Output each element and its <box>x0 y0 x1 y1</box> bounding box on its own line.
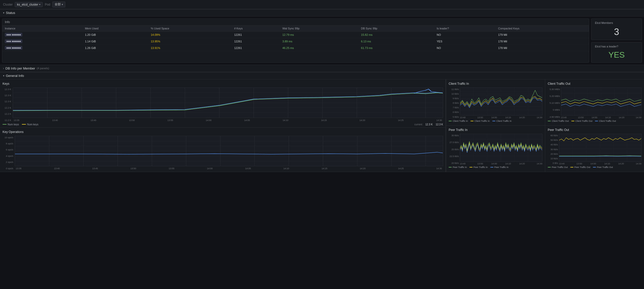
right-charts: Client Traffic In 11 kb/s 10 kb/s 9 kb/s… <box>446 79 644 172</box>
cell-db: 15.82 ms <box>358 31 434 38</box>
all-select[interactable]: 全部 ▾ <box>52 2 65 7</box>
db-info-section-header[interactable]: › DB Info per Member (4 panels) <box>0 65 644 72</box>
peer-out-xaxis: 13:40 13:50 14:00 14:10 14:20 14:30 <box>559 162 641 165</box>
clo-color-1 <box>548 121 551 121</box>
keys-chart-area <box>13 88 443 118</box>
col-compacted: Compacted Keys <box>496 26 589 31</box>
all-chevron-icon: ▾ <box>62 3 63 6</box>
legend-color-1 <box>3 124 7 125</box>
table-row: ■■■ ■■■■■■1.20 GiB14.09%1226112.79 ms15.… <box>2 31 589 38</box>
general-info-content: Keys 12.3 K 12.3 K 12.3 K 12.2 K 12.2 K … <box>0 79 644 172</box>
key-ops-chart-area <box>15 136 443 166</box>
cell-compacted: 179 Mil <box>496 31 589 38</box>
client-out-legend: Client Traffic Out Client Traffic Out Cl… <box>548 120 641 122</box>
keys-chart-panel: Keys 12.3 K 12.3 K 12.3 K 12.2 K 12.2 K … <box>0 79 446 128</box>
peer-out-area <box>559 134 641 162</box>
db-info-title: DB Info per Member <box>5 66 35 70</box>
cell-mem: 1.14 GiB <box>82 38 148 45</box>
etcd-members-value: 3 <box>595 26 638 37</box>
client-in-xaxis: 13:40 13:50 14:00 14:10 14:20 14:30 <box>460 116 542 119</box>
cli-legend-2: Client Traffic In <box>470 120 490 122</box>
col-wal: Wal Sync 99p <box>280 26 359 31</box>
peer-out-panel: Peer Traffic Out 60 kb/s 50 kb/s 40 kb/s… <box>545 126 644 172</box>
client-in-yaxis: 11 kb/s 10 kb/s 9 kb/s 8 kb/s 7 kb/s 6 k… <box>449 88 460 119</box>
info-table-wrapper: Info Instance Mem Used % Used Space # Ke… <box>2 19 589 63</box>
pi-legend-2: Peer Traffic In <box>469 166 488 168</box>
legend-val-1: 12.3 K <box>425 123 433 126</box>
legend-item-1: Num keys <box>3 123 19 126</box>
clo-color-2 <box>571 121 574 121</box>
clo-color-3 <box>595 121 598 121</box>
cli-color-3 <box>492 121 495 121</box>
etcd-leader-value: YES <box>595 50 638 60</box>
pod-label: Pod <box>45 3 50 6</box>
table-row: ■■■ ■■■■■■1.26 GiB13.91%1226146.25 ms61.… <box>2 45 589 51</box>
client-in-area <box>460 88 542 115</box>
status-title: Status <box>6 11 15 15</box>
db-info-arrow-icon: › <box>3 67 4 70</box>
po-color-1 <box>548 167 551 167</box>
cli-color-1 <box>449 121 452 121</box>
keys-legend: Num keys Num keys current 12.3 K 12.3 K <box>3 123 443 126</box>
col-keys: # Keys <box>232 26 280 31</box>
po-color-3 <box>593 167 596 167</box>
info-table: Instance Mem Used % Used Space # Keys Wa… <box>2 26 589 51</box>
general-info-section-header[interactable]: ▾ General Info <box>0 72 644 79</box>
cell-pct: 13.91% <box>148 45 231 51</box>
pi-legend-1: Peer Traffic In <box>449 166 467 168</box>
status-section-header[interactable]: ▾ Status <box>0 9 644 16</box>
keys-chart-title: Keys <box>3 82 443 86</box>
cell-leader: YES <box>434 38 496 45</box>
cell-compacted: 178 Mil <box>496 45 589 51</box>
general-info-title: General Info <box>6 74 24 78</box>
status-section: Info Instance Mem Used % Used Space # Ke… <box>0 16 644 65</box>
table-row: ■■■ ■■■■■■1.14 GiB13.95%122613.89 ms6.13… <box>2 38 589 45</box>
po-legend-2: Peer Traffic Out <box>570 166 590 168</box>
key-ops-chart-panel: Key Operations 10 ops/s 8 ops/s 6 ops/s … <box>0 128 446 172</box>
cell-mem: 1.26 GiB <box>82 45 148 51</box>
cell-instance: ■■■ ■■■■■■ <box>2 38 82 45</box>
status-arrow-icon: ▾ <box>3 11 4 14</box>
client-out-panel: Client Traffic Out 5.30 MB/s 5.20 MB/s 5… <box>545 79 644 126</box>
col-leader: Is leader? <box>434 26 496 31</box>
pi-legend-3: Peer Traffic In <box>490 166 509 168</box>
client-out-xaxis: 13:40 13:50 14:00 14:10 14:20 14:30 <box>561 116 641 119</box>
clo-legend-1: Client Traffic Out <box>548 120 569 122</box>
peer-in-title: Peer Traffic In <box>449 128 542 132</box>
cli-color-2 <box>470 121 474 121</box>
legend-current-label: current <box>414 123 422 126</box>
etcd-leader-card: Etcd has a leader? YES <box>591 42 642 62</box>
peer-in-yaxis: 30 kb/s 27.5 kb/s 25 kb/s 22.5 kb/s 20 k… <box>449 134 460 165</box>
etcd-members-card: Etcd Members 3 <box>591 19 642 40</box>
cell-pct: 13.95% <box>148 38 231 45</box>
etcd-leader-title: Etcd has a leader? <box>595 45 638 48</box>
clo-legend-2: Client Traffic Out <box>571 120 592 122</box>
cluster-select[interactable]: ks_etcd_cluster ▾ <box>15 2 43 7</box>
key-ops-title: Key Operations <box>3 130 443 134</box>
general-info-arrow-icon: ▾ <box>3 74 4 77</box>
legend-val-2: 12.3 K <box>436 123 443 126</box>
cell-db: 6.13 ms <box>358 38 434 45</box>
cell-pct: 14.09% <box>148 31 231 38</box>
info-table-header: Instance Mem Used % Used Space # Keys Wa… <box>2 26 589 31</box>
etcd-members-title: Etcd Members <box>595 21 638 24</box>
col-pct: % Used Space <box>148 26 231 31</box>
cell-wal: 3.89 ms <box>280 38 359 45</box>
cluster-label: Cluster <box>3 3 13 6</box>
top-bar: Cluster ks_etcd_cluster ▾ Pod 全部 ▾ <box>0 0 644 9</box>
etcd-cards: Etcd Members 3 Etcd has a leader? YES <box>591 19 642 63</box>
cell-keys: 12261 <box>232 31 280 38</box>
cell-mem: 1.20 GiB <box>82 31 148 38</box>
db-info-sub-label: (4 panels) <box>37 67 49 70</box>
peer-in-xaxis: 13:40 13:50 14:00 14:10 14:20 14:30 <box>460 162 542 165</box>
peer-in-legend: Peer Traffic In Peer Traffic In Peer Tra… <box>449 166 542 168</box>
client-out-area <box>561 88 641 115</box>
peer-in-area <box>460 134 542 162</box>
peer-out-yaxis: 60 kb/s 50 kb/s 40 kb/s 30 kb/s 20 kb/s … <box>548 134 559 165</box>
clo-legend-3: Client Traffic Out <box>595 120 616 122</box>
peer-out-title: Peer Traffic Out <box>548 128 641 132</box>
cell-db: 61.73 ms <box>358 45 434 51</box>
cell-instance: ■■■ ■■■■■■ <box>2 45 82 51</box>
info-table-body: ■■■ ■■■■■■1.20 GiB14.09%1226112.79 ms15.… <box>2 31 589 51</box>
cell-instance: ■■■ ■■■■■■ <box>2 31 82 38</box>
